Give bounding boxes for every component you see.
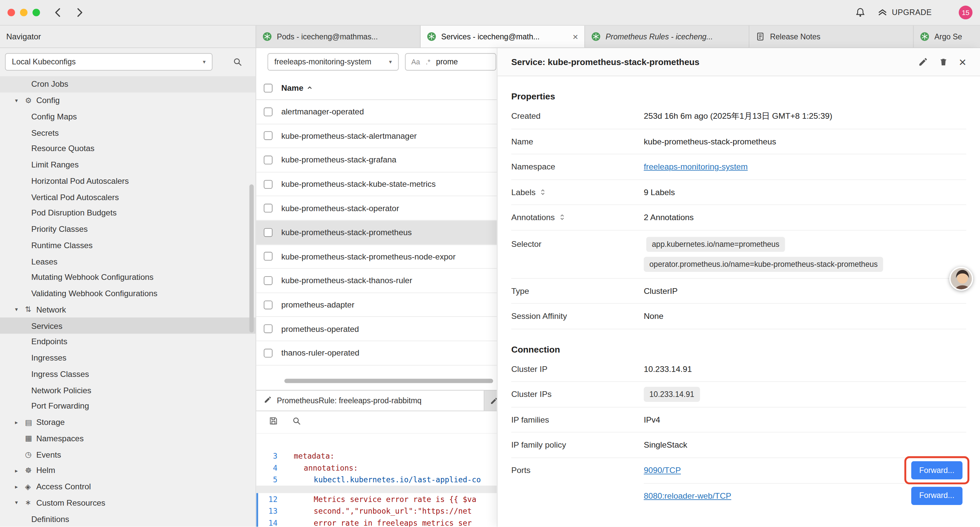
expand-updown-icon[interactable]: [539, 188, 546, 196]
row-checkbox[interactable]: [264, 156, 272, 164]
sidebar-item[interactable]: Ingresses: [0, 350, 256, 366]
sidebar-item[interactable]: ▸ ◈ Access Control: [0, 479, 256, 495]
tab-argo[interactable]: Argo Se: [914, 25, 980, 48]
tab-prometheus-rules[interactable]: Prometheus Rules - icecheng...: [585, 25, 749, 48]
back-arrow-icon[interactable]: [52, 7, 64, 18]
editor-search-icon[interactable]: [292, 416, 301, 428]
sidebar-item[interactable]: Services: [0, 318, 256, 334]
sidebar-item[interactable]: Secrets: [0, 124, 256, 140]
row-checkbox[interactable]: [264, 180, 272, 188]
horizontal-scrollbar[interactable]: [285, 379, 493, 383]
row-checkbox[interactable]: [264, 349, 272, 357]
tab-services[interactable]: Services - icecheng@math... ×: [421, 25, 585, 48]
row-checkbox[interactable]: [264, 107, 272, 116]
port-link[interactable]: 8080:reloader-web/TCP: [644, 491, 731, 500]
table-row[interactable]: kube-prometheus-stack-prometheus: [256, 220, 497, 245]
expand-chevron-icon[interactable]: ▸: [15, 419, 25, 426]
sidebar-item[interactable]: Limit Ranges: [0, 157, 256, 173]
save-icon[interactable]: [269, 416, 278, 428]
dock-tab-prometheusrule[interactable]: PrometheusRule: freeleaps-prod-rabbitmq: [256, 390, 484, 411]
forward-button[interactable]: Forward...: [911, 487, 963, 505]
table-row[interactable]: thanos-ruler-operated: [256, 341, 497, 365]
delete-icon[interactable]: [939, 57, 948, 67]
sidebar-item[interactable]: Priority Classes: [0, 221, 256, 237]
sidebar-scrollbar[interactable]: [250, 185, 254, 333]
match-case-toggle[interactable]: Aa: [411, 58, 420, 65]
expand-chevron-icon[interactable]: ▸: [15, 467, 25, 474]
close-icon[interactable]: ×: [959, 56, 966, 68]
sidebar-item[interactable]: Config Maps: [0, 108, 256, 124]
table-row[interactable]: prometheus-adapter: [256, 293, 497, 317]
annotations-count[interactable]: 2 Annotations: [644, 213, 966, 222]
row-checkbox[interactable]: [264, 228, 272, 236]
sidebar-item[interactable]: ▾ ⇅ Network: [0, 301, 256, 318]
tab-release-notes[interactable]: Release Notes: [749, 25, 914, 48]
row-checkbox[interactable]: [264, 131, 272, 140]
namespace-link[interactable]: freeleaps-monitoring-system: [644, 162, 748, 172]
port-link[interactable]: 9090/TCP: [644, 466, 681, 475]
minimize-window-button[interactable]: [20, 9, 27, 16]
sidebar-item[interactable]: ▦ Namespaces: [0, 430, 256, 446]
labels-count[interactable]: 9 Labels: [644, 188, 966, 197]
select-all-checkbox[interactable]: [264, 83, 272, 92]
expand-chevron-icon[interactable]: ▾: [15, 307, 25, 313]
sidebar-item[interactable]: Mutating Webhook Configurations: [0, 269, 256, 285]
sidebar-item[interactable]: Definitions: [0, 511, 256, 527]
upgrade-button[interactable]: UPGRADE: [878, 6, 932, 19]
row-checkbox[interactable]: [264, 325, 272, 333]
sidebar-item[interactable]: Validating Webhook Configurations: [0, 285, 256, 301]
sidebar-item[interactable]: ▾ ⚙ Config: [0, 92, 256, 108]
folded-region[interactable]: [256, 486, 497, 493]
expand-chevron-icon[interactable]: ▸: [15, 484, 25, 490]
table-row[interactable]: kube-prometheus-stack-grafana: [256, 148, 497, 172]
sidebar-item[interactable]: ▾ ∗ Custom Resources: [0, 495, 256, 511]
expand-chevron-icon[interactable]: ▾: [15, 97, 25, 104]
row-checkbox[interactable]: [264, 300, 272, 309]
sidebar-item[interactable]: Cron Jobs: [0, 76, 256, 92]
tab-pods[interactable]: Pods - icecheng@mathmas...: [256, 25, 421, 48]
sidebar-item[interactable]: Horizontal Pod Autoscalers: [0, 173, 256, 189]
yaml-editor[interactable]: 3 metadata: 4 annotations: 5 kubectl.kub…: [256, 434, 497, 527]
kubeconfig-select[interactable]: Local Kubeconfigs ▾: [5, 53, 213, 70]
edit-icon[interactable]: [490, 396, 497, 408]
table-row[interactable]: kube-prometheus-stack-alertmanager: [256, 124, 497, 148]
table-row[interactable]: prometheus-operated: [256, 317, 497, 341]
assistant-avatar[interactable]: [949, 267, 973, 291]
namespace-select[interactable]: freeleaps-monitoring-system ▾: [267, 53, 399, 70]
table-row[interactable]: kube-prometheus-stack-kube-state-metrics: [256, 172, 497, 196]
forward-arrow-icon[interactable]: [74, 7, 85, 18]
cluster-icon: [427, 32, 436, 41]
sidebar-item[interactable]: Ingress Classes: [0, 366, 256, 382]
sidebar-item[interactable]: Network Policies: [0, 382, 256, 398]
notifications-bell-icon[interactable]: [855, 7, 865, 21]
sidebar-item[interactable]: ◷ Events: [0, 446, 256, 462]
sidebar-item[interactable]: Port Forwarding: [0, 398, 256, 414]
zoom-window-button[interactable]: [32, 9, 40, 16]
regex-toggle[interactable]: .*: [426, 58, 430, 65]
table-row[interactable]: kube-prometheus-stack-prometheus-node-ex…: [256, 245, 497, 269]
notification-count-badge[interactable]: 15: [959, 6, 972, 19]
sidebar-item[interactable]: ▸ ▤ Storage: [0, 414, 256, 430]
row-checkbox[interactable]: [264, 276, 272, 285]
sidebar-item[interactable]: Leases: [0, 253, 256, 269]
close-window-button[interactable]: [7, 9, 15, 16]
sidebar-item[interactable]: Resource Quotas: [0, 141, 256, 157]
sidebar-item[interactable]: Runtime Classes: [0, 237, 256, 253]
resource-search-input[interactable]: Aa .* prome: [405, 53, 496, 70]
name-column-header[interactable]: Name: [281, 83, 313, 92]
close-tab-icon[interactable]: ×: [573, 32, 578, 41]
table-row[interactable]: kube-prometheus-stack-operator: [256, 196, 497, 220]
sidebar-item[interactable]: ▸ ☸ Helm: [0, 463, 256, 479]
expand-chevron-icon[interactable]: ▾: [15, 500, 25, 506]
sidebar-item[interactable]: Vertical Pod Autoscalers: [0, 189, 256, 205]
sidebar-item[interactable]: Endpoints: [0, 334, 256, 350]
expand-updown-icon[interactable]: [558, 213, 565, 221]
table-row[interactable]: alertmanager-operated: [256, 100, 497, 124]
sidebar-search-icon[interactable]: [232, 57, 242, 69]
forward-button[interactable]: Forward...: [911, 461, 963, 479]
edit-icon[interactable]: [918, 57, 928, 67]
row-checkbox[interactable]: [264, 252, 272, 261]
sidebar-item[interactable]: Pod Disruption Budgets: [0, 205, 256, 221]
table-row[interactable]: kube-prometheus-stack-thanos-ruler: [256, 269, 497, 293]
row-checkbox[interactable]: [264, 204, 272, 212]
